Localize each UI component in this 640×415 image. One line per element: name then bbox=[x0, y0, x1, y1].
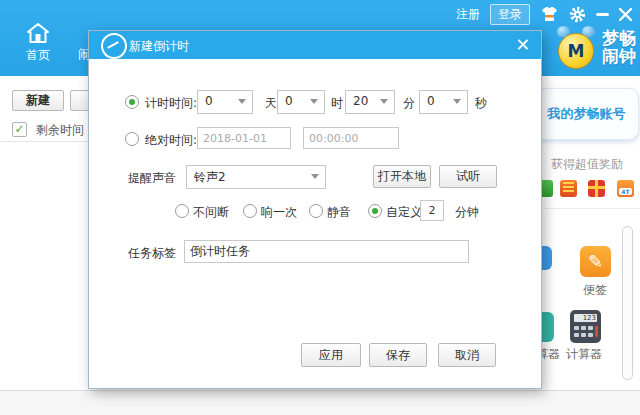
ring-mode-once-label: 响一次 bbox=[261, 204, 297, 221]
calculator-label[interactable]: 计算器 bbox=[566, 346, 602, 363]
register-link[interactable]: 注册 bbox=[456, 6, 480, 23]
dialog-close-icon[interactable] bbox=[516, 38, 529, 51]
home-icon bbox=[26, 22, 50, 44]
new-task-button[interactable]: 新建 bbox=[12, 90, 64, 111]
chevron-down-icon bbox=[238, 99, 246, 104]
new-countdown-dialog: 新建倒计时 计时时间: 0 天 0 时 20 分 0 秒 绝对时间: 提醒声音 … bbox=[88, 30, 542, 389]
promo-list-icon[interactable] bbox=[560, 180, 577, 197]
days-unit: 天 bbox=[265, 95, 277, 112]
absolute-date-input[interactable] bbox=[197, 127, 291, 149]
rewards-text: 获得超值奖励 bbox=[551, 156, 623, 173]
absolute-clock-input[interactable] bbox=[303, 127, 399, 149]
mascot-alarm-clock-icon: M bbox=[555, 26, 597, 68]
save-button[interactable]: 保存 bbox=[369, 343, 427, 367]
seconds-unit: 秒 bbox=[475, 95, 487, 112]
promo-gift-icon[interactable] bbox=[588, 180, 605, 197]
ring-mode-continuous-radio[interactable] bbox=[175, 204, 189, 218]
absolute-time-radio[interactable] bbox=[125, 132, 139, 146]
hours-select[interactable]: 0 bbox=[277, 90, 325, 114]
cancel-button[interactable]: 取消 bbox=[438, 343, 496, 367]
chevron-down-icon bbox=[380, 99, 388, 104]
custom-minutes-input[interactable] bbox=[420, 200, 444, 221]
login-button[interactable]: 登录 bbox=[490, 4, 530, 25]
ring-mode-silent-radio[interactable] bbox=[309, 204, 323, 218]
chevron-down-icon bbox=[453, 99, 461, 104]
absolute-time-label: 绝对时间: bbox=[145, 132, 197, 149]
settings-gear-icon[interactable] bbox=[569, 6, 586, 23]
hours-unit: 时 bbox=[331, 95, 343, 112]
skin-shirt-icon[interactable] bbox=[540, 6, 559, 22]
my-account-button[interactable]: 我的梦畅账号 bbox=[534, 88, 639, 140]
ring-mode-continuous-label: 不间断 bbox=[193, 204, 229, 221]
apply-button[interactable]: 应用 bbox=[301, 343, 361, 367]
ring-mode-once-radio[interactable] bbox=[243, 204, 257, 218]
open-local-button[interactable]: 打开本地 bbox=[373, 165, 431, 188]
ring-mode-custom-radio[interactable] bbox=[368, 204, 382, 218]
ring-mode-custom-label: 自定义 bbox=[386, 204, 422, 221]
countdown-clock-icon bbox=[101, 33, 127, 59]
minutes-select[interactable]: 20 bbox=[345, 90, 395, 114]
timer-time-label: 计时时间: bbox=[145, 95, 197, 112]
right-panel-divider bbox=[545, 208, 640, 209]
close-window-icon[interactable] bbox=[619, 8, 632, 21]
task-label: 任务标签 bbox=[128, 245, 176, 262]
custom-minutes-unit: 分钟 bbox=[455, 204, 479, 221]
remaining-time-checkbox[interactable]: ✓ bbox=[12, 122, 27, 137]
seconds-select[interactable]: 0 bbox=[419, 90, 468, 114]
sticky-note-label[interactable]: 便签 bbox=[583, 282, 607, 299]
left-panel-divider bbox=[0, 141, 88, 142]
check-icon: ✓ bbox=[14, 122, 24, 136]
timer-time-radio[interactable] bbox=[125, 95, 139, 109]
sound-label: 提醒声音 bbox=[128, 170, 176, 187]
task-name-input[interactable] bbox=[184, 240, 469, 263]
ringtone-select[interactable]: 铃声2 bbox=[186, 165, 326, 189]
chevron-down-icon bbox=[310, 99, 318, 104]
titlebar-controls: 注册 登录 bbox=[456, 4, 632, 24]
calculator-icon[interactable]: 123 bbox=[570, 310, 601, 343]
tab-home[interactable]: 首页 bbox=[14, 22, 62, 64]
tab-home-label: 首页 bbox=[14, 47, 62, 64]
chevron-down-icon bbox=[311, 174, 319, 179]
dialog-title: 新建倒计时 bbox=[129, 38, 189, 55]
pencil-icon: ✎ bbox=[588, 251, 603, 272]
minutes-unit: 分 bbox=[403, 95, 415, 112]
promo-4t-icon[interactable]: 4T bbox=[617, 180, 634, 197]
app-name: 梦畅 闹钟 bbox=[602, 29, 636, 65]
remaining-time-column-label: 剩余时间 bbox=[36, 122, 84, 139]
status-bar: 开机启动失效？点击查看如何修复！ 同步出现重复数据，怎么办？ 检查更新 问题反馈 bbox=[0, 390, 640, 415]
days-select[interactable]: 0 bbox=[197, 90, 253, 114]
sticky-note-icon[interactable]: ✎ bbox=[580, 246, 611, 277]
dialog-titlebar: 新建倒计时 bbox=[89, 31, 541, 59]
right-panel-scrollbar[interactable] bbox=[622, 226, 633, 380]
preview-sound-button[interactable]: 试听 bbox=[439, 165, 497, 188]
app-logo: M 梦畅 闹钟 bbox=[555, 26, 636, 68]
minimize-button[interactable] bbox=[596, 13, 609, 16]
ring-mode-silent-label: 静音 bbox=[327, 204, 351, 221]
